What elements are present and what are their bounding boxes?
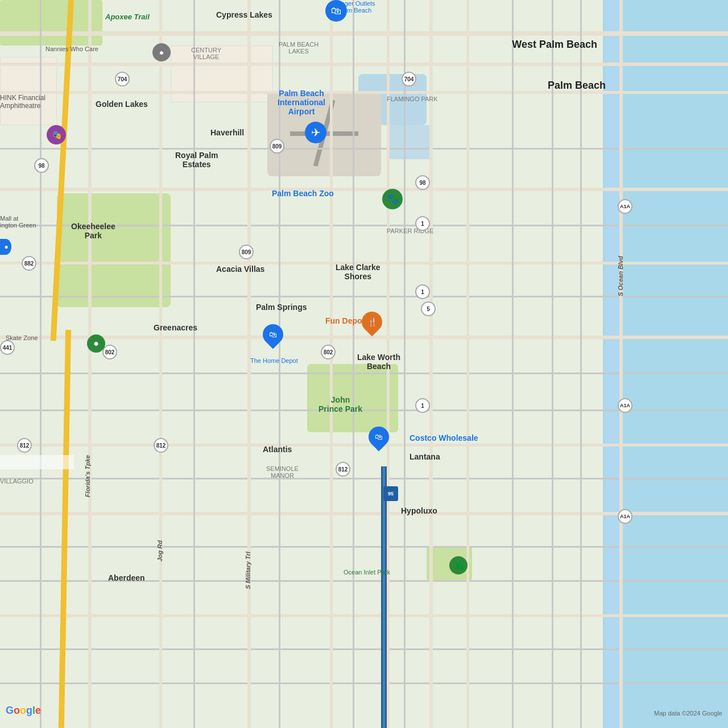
road-h-395 <box>0 225 728 226</box>
shield-us1-3: 1 <box>415 398 430 413</box>
shield-us1-1: 1 <box>415 216 430 231</box>
shield-802-2: 802 <box>321 345 336 359</box>
shield-812-1: 812 <box>17 438 32 453</box>
century-village-area <box>171 46 273 102</box>
road-northern-1 <box>0 31 728 36</box>
road-h-520 <box>0 296 728 297</box>
road-h-1020 <box>0 580 728 582</box>
road-h-160 <box>0 91 728 94</box>
road-802 <box>0 336 728 339</box>
apoxee-trail-area <box>0 0 102 46</box>
road-h-330 <box>0 188 728 191</box>
road-us1 <box>429 0 433 728</box>
road-h-655 <box>0 373 728 374</box>
shield-98-2: 98 <box>415 175 430 190</box>
road-v-710 <box>404 0 406 728</box>
marker-palm-beach-zoo[interactable]: 🐾 <box>382 189 403 209</box>
marker-airport[interactable]: ✈ <box>305 122 326 143</box>
shield-704-1: 704 <box>115 72 130 86</box>
road-military-trl <box>88 0 92 728</box>
road-h-960 <box>0 546 728 548</box>
road-congress <box>387 0 390 728</box>
map-attribution: Map data ©2024 Google <box>654 710 722 717</box>
shield-i95: 95 <box>383 486 398 501</box>
road-v-490 <box>279 0 280 728</box>
road-v-620 <box>353 0 354 728</box>
shield-5: 5 <box>421 301 436 316</box>
shield-704-2: 704 <box>402 72 416 86</box>
road-v-900 <box>512 0 514 728</box>
shield-809-1: 809 <box>270 139 284 154</box>
road-s-military <box>247 0 251 728</box>
road-h-460 <box>0 262 728 264</box>
i95-road <box>381 466 387 728</box>
road-v-70 <box>40 0 42 728</box>
marker-tanger-outlets[interactable]: 🛍 <box>325 0 347 22</box>
map-container[interactable]: West Palm Beach Palm Beach Palm BeachInt… <box>0 0 728 728</box>
road-jog-rd <box>159 0 162 728</box>
road-704 <box>0 63 728 66</box>
intracoastal-waterway <box>606 0 620 728</box>
marker-mall-wellington[interactable]: ● <box>0 239 11 255</box>
road-v-820 <box>466 0 469 728</box>
shield-809-2: 809 <box>239 245 254 259</box>
a1a-road <box>619 0 623 728</box>
shield-802-1: 802 <box>102 345 117 359</box>
shield-441: 441 <box>0 340 15 355</box>
marker-ocean-inlet[interactable]: 🌲 <box>449 556 468 574</box>
road-h-780 <box>0 444 728 446</box>
shield-812-2: 812 <box>154 438 168 453</box>
shield-98-1: 98 <box>34 158 49 173</box>
shield-882: 882 <box>22 256 36 271</box>
shield-us1-2: 1 <box>415 284 430 299</box>
shield-812-3: 812 <box>336 462 350 477</box>
road-v-340 <box>193 0 195 728</box>
road-v-1020 <box>580 0 582 728</box>
marker-hink[interactable]: 🎭 <box>47 125 66 144</box>
shield-a1a-1: A1A <box>618 199 632 214</box>
map-overlay-1 <box>0 455 74 469</box>
marker-skate-zone[interactable]: ● <box>87 334 105 353</box>
road-v-970 <box>552 0 553 728</box>
shield-a1a-3: A1A <box>618 509 632 524</box>
road-h-260 <box>0 148 728 150</box>
road-h-1080 <box>0 614 728 617</box>
shield-a1a-2: A1A <box>618 398 632 413</box>
road-h-1200 <box>0 682 728 684</box>
water-body-2 <box>387 125 432 159</box>
google-logo: Google <box>6 705 41 717</box>
road-v-580 <box>330 0 333 728</box>
road-h-840 <box>0 478 728 479</box>
okeeheelee-park-area <box>57 193 171 307</box>
road-h-1140 <box>0 648 728 650</box>
marker-nannies[interactable]: ● <box>152 43 171 61</box>
